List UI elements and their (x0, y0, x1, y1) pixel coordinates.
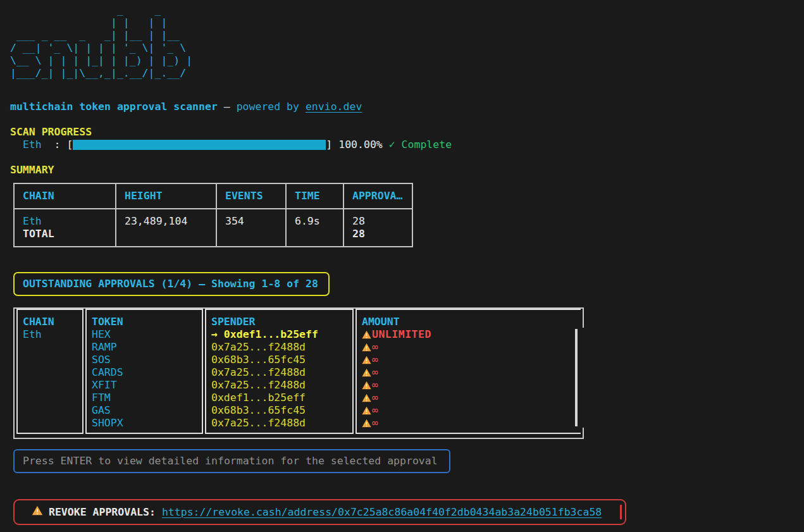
approvals-chain-column: CHAIN Eth (16, 309, 83, 434)
summary-events-cell: 354 (216, 209, 286, 247)
approvals-col-amount-header: AMOUNT (362, 316, 576, 328)
app-subtitle: multichain token approval scanner — powe… (10, 101, 362, 113)
warning-icon (362, 356, 371, 364)
approval-row-token[interactable]: SOS (92, 354, 197, 366)
revoke-link[interactable]: https://revoke.cash/address/0x7c25a8c86a… (162, 506, 602, 519)
warning-icon (362, 393, 371, 402)
hint-text: Press ENTER to view detailed information… (23, 455, 438, 467)
progress-row: Eth : [] 100.00% ✓ Complete (10, 139, 452, 151)
amount-value: UNLIMITED (372, 328, 431, 341)
approval-row-amount[interactable]: ∞ (362, 404, 576, 417)
approval-row-amount[interactable]: ∞ (362, 392, 576, 404)
snubb-ascii-logo: _ _ | | | | ___ _ __ _ _| |__ | |__ / __… (10, 4, 192, 80)
warning-icon (362, 419, 371, 428)
summary-col-chain: CHAIN (14, 183, 116, 209)
revoke-label: REVOKE APPROVALS: (49, 506, 156, 519)
amount-value: ∞ (372, 366, 378, 379)
summary-height-cell: 23,489,104 (116, 209, 216, 247)
summary-col-height: HEIGHT (116, 183, 216, 209)
approval-row-spender[interactable]: 0x68b3...65fc45 (211, 404, 347, 417)
envio-link[interactable]: envio.dev (306, 101, 362, 113)
amount-value: ∞ (372, 379, 378, 392)
progress-close-bracket: ] (326, 139, 338, 151)
progress-status: Complete (395, 139, 452, 151)
approval-row-amount[interactable]: ∞ (362, 354, 576, 366)
approvals-scrollbar-thumb[interactable] (575, 329, 578, 426)
approval-row-spender[interactable]: 0x7a25...f2488d (211, 417, 347, 430)
approval-row-amount[interactable]: UNLIMITED (362, 328, 576, 341)
amount-value: ∞ (372, 404, 378, 417)
summary-data-row: Eth TOTAL 23,489,104 354 6.9s 28 28 (14, 209, 412, 247)
warning-icon (362, 368, 371, 377)
summary-chain-value: Eth (23, 215, 115, 228)
approval-row-token[interactable]: CARDS (92, 366, 197, 379)
summary-chain-cell: Eth TOTAL (14, 209, 116, 247)
approval-row-token[interactable]: GAS (92, 404, 197, 417)
approval-row-amount[interactable]: ∞ (362, 379, 576, 392)
summary-approvals-value: 28 (352, 215, 412, 228)
warning-icon (32, 505, 43, 519)
approvals-table: CHAIN Eth TOKEN HEXRAMPSOSCARDSXFITFTMGA… (13, 307, 584, 439)
approval-row-spender-selected[interactable]: → 0xdef1...b25eff (211, 328, 347, 341)
warning-icon (362, 381, 371, 390)
approval-row-amount[interactable]: ∞ (362, 417, 576, 430)
warning-icon (362, 330, 371, 339)
approval-row-token[interactable]: RAMP (92, 341, 197, 354)
summary-table: CHAIN HEIGHT EVENTS TIME APPROVA… Eth TO… (13, 183, 413, 247)
revoke-approvals-box: REVOKE APPROVALS: https://revoke.cash/ad… (13, 499, 626, 525)
approval-row-token[interactable]: FTM (92, 392, 197, 404)
hint-box: Press ENTER to view detailed information… (13, 449, 450, 473)
summary-total-label: TOTAL (23, 228, 115, 240)
approvals-chain-value: Eth (23, 328, 77, 341)
outstanding-approvals-box: OUTSTANDING APPROVALS (1/4) — Showing 1-… (13, 272, 330, 296)
summary-header-row: CHAIN HEIGHT EVENTS TIME APPROVA… (14, 183, 412, 209)
warning-icon (362, 406, 371, 415)
token-rows: HEXRAMPSOSCARDSXFITFTMGASSHOPX (92, 328, 197, 430)
outstanding-approvals-heading: OUTSTANDING APPROVALS (1/4) — Showing 1-… (23, 278, 318, 290)
approvals-col-chain-header: CHAIN (23, 316, 77, 328)
approvals-col-token-header: TOKEN (92, 316, 197, 328)
spender-rows: → 0xdef1...b25eff0x7a25...f2488d0x68b3..… (211, 328, 347, 430)
approval-row-amount[interactable]: ∞ (362, 341, 576, 354)
progress-chain-label: Eth (23, 139, 42, 151)
summary-col-events: EVENTS (216, 183, 286, 209)
scrollbar-track-gap (583, 328, 584, 428)
progress-percent: 100.00% (338, 139, 388, 151)
approval-row-spender[interactable]: 0x7a25...f2488d (211, 379, 347, 392)
amount-value: ∞ (372, 341, 378, 354)
summary-col-time: TIME (286, 183, 343, 209)
approval-row-spender[interactable]: 0x7a25...f2488d (211, 366, 347, 379)
warning-icon (32, 505, 43, 516)
summary-heading: SUMMARY (10, 164, 54, 176)
terminal-screen: _ _ | | | | ___ _ __ _ _| |__ | |__ / __… (0, 0, 804, 532)
approvals-amount-column: AMOUNT UNLIMITED∞∞∞∞∞∞∞ (356, 309, 581, 434)
approval-row-spender[interactable]: 0xdef1...b25eff (211, 392, 347, 404)
approval-row-token[interactable]: SHOPX (92, 417, 197, 430)
progress-open-bracket: : [ (42, 139, 73, 151)
subtitle-separator: — (218, 101, 237, 113)
approval-row-spender[interactable]: 0x68b3...65fc45 (211, 354, 347, 366)
summary-col-approvals: APPROVA… (343, 183, 412, 209)
amount-value: ∞ (372, 417, 378, 430)
amount-value: ∞ (372, 354, 378, 366)
approvals-col-spender-header: SPENDER (211, 316, 347, 328)
scan-progress-heading: SCAN PROGRESS (10, 126, 92, 139)
progress-indent (10, 139, 23, 151)
amount-value: ∞ (372, 392, 378, 404)
approval-row-spender[interactable]: 0x7a25...f2488d (211, 341, 347, 354)
amount-rows: UNLIMITED∞∞∞∞∞∞∞ (362, 328, 576, 430)
summary-time-cell: 6.9s (286, 209, 343, 247)
approval-row-token[interactable]: HEX (92, 328, 197, 341)
summary-total-approvals: 28 (352, 228, 412, 240)
summary-approvals-cell: 28 28 (343, 209, 412, 247)
approval-row-token[interactable]: XFIT (92, 379, 197, 392)
revoke-box-cursor (620, 505, 622, 519)
progress-bar (73, 140, 326, 150)
subtitle-text: multichain token approval scanner (10, 101, 218, 113)
approvals-spender-column: SPENDER → 0xdef1...b25eff0x7a25...f2488d… (205, 309, 354, 434)
powered-by-text: powered by (237, 101, 306, 113)
check-icon: ✓ (389, 139, 395, 151)
approvals-token-column: TOKEN HEXRAMPSOSCARDSXFITFTMGASSHOPX (85, 309, 203, 434)
approval-row-amount[interactable]: ∞ (362, 366, 576, 379)
warning-icon (362, 343, 371, 352)
